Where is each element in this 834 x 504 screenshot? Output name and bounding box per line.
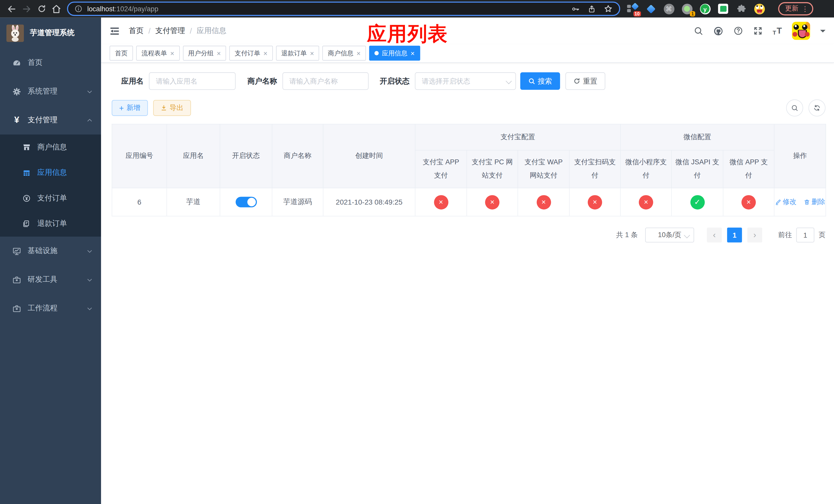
sidebar-item-system[interactable]: 系统管理 <box>0 77 101 106</box>
page-size-select[interactable]: 10条/页 <box>645 228 694 243</box>
close-icon[interactable]: × <box>217 50 221 56</box>
annotation-overlay: 应用列表 <box>367 21 448 47</box>
font-size-icon[interactable]: TT <box>773 27 782 35</box>
sidebar-item-label: 退款订单 <box>37 219 67 228</box>
cell-alipay-wap: × <box>518 188 569 216</box>
extension-command-icon[interactable]: ⌘ <box>663 3 675 14</box>
update-label: 更新 <box>785 4 798 13</box>
next-page-button[interactable]: › <box>747 228 762 243</box>
sidebar-item-merchant-info[interactable]: 商户信息 <box>0 135 101 160</box>
prev-page-button[interactable]: ‹ <box>707 228 722 243</box>
github-icon[interactable] <box>713 26 723 36</box>
search-icon[interactable] <box>694 26 703 36</box>
sidebar-item-home[interactable]: 首页 <box>0 48 101 77</box>
briefcase-icon <box>12 304 22 313</box>
browser-chrome: localhost:1024/pay/app 10 ⌘ 1 y <box>0 0 834 18</box>
app-name-input[interactable] <box>149 72 236 90</box>
enabled-toggle[interactable] <box>236 197 257 207</box>
sidebar-item-pay[interactable]: ¥ 支付管理 <box>0 106 101 135</box>
extension-chat-icon[interactable] <box>718 3 729 14</box>
refresh-table-icon[interactable] <box>808 99 825 116</box>
close-icon[interactable]: × <box>411 50 415 56</box>
sidebar-item-app-info[interactable]: 应用信息 <box>0 160 101 186</box>
close-icon[interactable]: × <box>263 50 267 56</box>
share-icon[interactable] <box>588 5 596 13</box>
extension-blocks-icon[interactable]: 10 <box>627 3 638 14</box>
yen-icon: ¥ <box>12 115 22 125</box>
add-button[interactable]: + 新增 <box>112 100 148 116</box>
tab-merchant-info[interactable]: 商户信息× <box>323 46 366 61</box>
sidebar-item-label: 工作流程 <box>28 303 58 313</box>
top-navbar: 首页 / 支付管理 / 应用信息 TT <box>101 18 834 44</box>
cell-wx-app: × <box>723 188 774 216</box>
cell-alipay-app: × <box>415 188 467 216</box>
merchant-name-label: 商户名称 <box>247 76 277 86</box>
app-table: 应用编号 应用名 开启状态 商户名称 创建时间 支付宝配置 微信配置 操作 支付… <box>112 124 826 216</box>
tab-pay-order[interactable]: 支付订单× <box>229 46 272 61</box>
help-icon[interactable] <box>733 26 743 36</box>
info-icon[interactable] <box>74 5 82 13</box>
reload-icon[interactable] <box>34 1 49 16</box>
extension-badge: 10 <box>633 11 641 17</box>
current-page[interactable]: 1 <box>727 228 742 243</box>
merchant-name-input[interactable] <box>282 72 369 90</box>
extension-y-icon[interactable]: y <box>699 3 711 14</box>
col-wx-lite: 微信小程序支付 <box>620 150 672 188</box>
toggle-search-icon[interactable] <box>786 99 803 116</box>
breadcrumb-pay[interactable]: 支付管理 <box>155 26 185 36</box>
tab-app-info[interactable]: 应用信息× <box>369 46 420 61</box>
tab-home[interactable]: 首页 <box>110 46 133 61</box>
sidebar-item-workflow[interactable]: 工作流程 <box>0 294 101 323</box>
col-merchant-name: 商户名称 <box>272 124 323 188</box>
export-button[interactable]: 导出 <box>153 100 191 116</box>
monitor-icon <box>12 246 22 255</box>
status-icon: × <box>741 195 756 209</box>
sidebar-submenu-pay: 商户信息 应用信息 支付订单 <box>0 135 101 237</box>
extension-kite-icon[interactable] <box>645 3 657 14</box>
sidebar-item-infra[interactable]: 基础设施 <box>0 237 101 265</box>
key-icon[interactable] <box>571 5 579 13</box>
sidebar-item-label: 首页 <box>28 58 43 67</box>
sidebar-item-pay-order[interactable]: 支付订单 <box>0 186 101 211</box>
reset-button[interactable]: 重置 <box>566 72 606 90</box>
status-icon: × <box>588 195 602 209</box>
tab-process-form[interactable]: 流程表单× <box>136 46 179 61</box>
close-icon[interactable]: × <box>310 50 314 56</box>
grid-icon <box>21 169 31 177</box>
cell-alipay-qr: × <box>569 188 620 216</box>
breadcrumb-home[interactable]: 首页 <box>129 26 144 36</box>
home-icon[interactable] <box>49 1 64 16</box>
goto-page-input[interactable] <box>796 228 814 243</box>
extension-record-icon[interactable]: 1 <box>681 3 693 14</box>
edit-link[interactable]: 修改 <box>775 197 796 207</box>
extensions-puzzle-icon[interactable] <box>736 3 747 14</box>
open-status-select[interactable] <box>415 72 516 90</box>
sidebar-item-refund-order[interactable]: 退款订单 <box>0 211 101 237</box>
cell-open-status <box>220 188 272 216</box>
forward-icon[interactable] <box>19 1 34 16</box>
tab-refund-order[interactable]: 退款订单× <box>276 46 319 61</box>
fullscreen-icon[interactable] <box>753 26 763 36</box>
sidebar-item-devtools[interactable]: 研发工具 <box>0 265 101 294</box>
pagination: 共 1 条 10条/页 ‹ 1 › 前往 页 <box>101 228 826 243</box>
col-group-wechat: 微信配置 <box>620 124 774 150</box>
search-button[interactable]: 搜索 <box>520 72 560 90</box>
app-logo: 芋道管理系统 <box>0 18 101 48</box>
browser-menu-icon[interactable]: ⋮ <box>802 5 809 12</box>
circle-yen-icon <box>21 194 31 203</box>
col-create-time: 创建时间 <box>323 124 415 188</box>
sidebar-fold-icon[interactable] <box>110 26 119 36</box>
back-icon[interactable] <box>4 1 19 16</box>
browser-update-button[interactable]: 更新 ⋮ <box>778 2 813 15</box>
profile-avatar-icon[interactable] <box>754 3 765 14</box>
status-icon: × <box>434 195 448 209</box>
url-bar[interactable]: localhost:1024/pay/app <box>67 2 620 16</box>
col-wx-jsapi: 微信 JSAPI 支付 <box>672 150 723 188</box>
tab-user-group[interactable]: 用户分组× <box>183 46 226 61</box>
delete-link[interactable]: 删除 <box>804 197 825 207</box>
sidebar-item-label: 研发工具 <box>28 275 58 284</box>
close-icon[interactable]: × <box>356 50 360 56</box>
close-icon[interactable]: × <box>170 50 174 56</box>
avatar[interactable] <box>792 22 810 40</box>
bookmark-star-icon[interactable] <box>604 4 613 13</box>
